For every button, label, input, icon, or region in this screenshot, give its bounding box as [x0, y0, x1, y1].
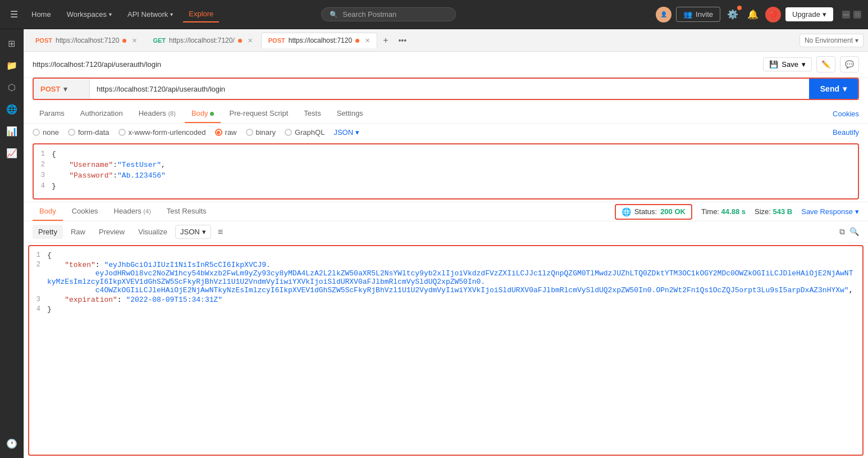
tab-0-method: POST — [35, 37, 52, 44]
sidebar-home-icon[interactable]: ⊞ — [3, 34, 20, 53]
nav-api-network[interactable]: API Network ▾ — [122, 7, 179, 22]
user-avatar[interactable]: 🔴 — [765, 7, 781, 22]
format-actions: ⧉ 🔍 — [839, 227, 859, 237]
status-box: 🌐 Status: 200 OK — [615, 204, 692, 220]
code-line-3: 3 "Password":"Ab.123456" — [34, 170, 858, 181]
main-layout: ⊞ 📁 ⬡ 🌐 📊 📈 🕐 POST https://localhost:712… — [0, 29, 868, 458]
body-type-none[interactable]: none — [33, 128, 59, 137]
tab-2-dot — [355, 39, 359, 43]
edit-button[interactable]: ✏️ — [816, 56, 835, 72]
req-tab-tests[interactable]: Tests — [297, 105, 327, 123]
tab-2-method: POST — [268, 37, 285, 44]
status-value: 200 OK — [660, 207, 686, 216]
resp-tab-body[interactable]: Body — [33, 202, 63, 221]
send-button[interactable]: Send ▾ — [809, 79, 858, 99]
cookies-link[interactable]: Cookies — [833, 110, 859, 118]
fmt-tab-preview[interactable]: Preview — [93, 225, 130, 239]
nav-workspaces[interactable]: Workspaces ▾ — [61, 7, 117, 22]
menu-icon[interactable]: ☰ — [7, 6, 21, 23]
method-selector[interactable]: POST ▾ — [34, 79, 90, 99]
method-chevron-icon: ▾ — [63, 85, 67, 93]
tab-1-url: https://localhost:7120/ — [169, 37, 235, 44]
invite-icon: 👥 — [683, 10, 692, 19]
tab-2-close[interactable]: ✕ — [365, 37, 370, 44]
size-info: Size: 543 B — [755, 207, 792, 216]
sidebar-api-icon[interactable]: ⬡ — [3, 78, 20, 97]
json-format-selector[interactable]: JSON ▾ — [334, 128, 359, 137]
response-body: 1 { 2 "token": "eyJhbGciOiJIUzI1NiIsInR5… — [28, 245, 864, 456]
workspaces-chevron-icon: ▾ — [109, 11, 112, 17]
window-controls: — □ — [842, 11, 861, 19]
settings-icon[interactable]: ⚙️ — [725, 7, 741, 22]
req-tab-headers[interactable]: Headers (8) — [132, 105, 182, 123]
nav-right: 👤 👥 Invite ⚙️ 🔔 🔴 Upgrade ▾ — □ — [656, 7, 861, 22]
tab-2[interactable]: POST https://localhost:7120 ✕ — [261, 33, 377, 48]
body-type-graphql[interactable]: GraphQL — [285, 128, 325, 137]
sidebar-monitor-icon[interactable]: 📈 — [2, 143, 22, 163]
request-body-editor[interactable]: 1 { 2 "Username":"TestUser", 3 "Password… — [33, 143, 859, 199]
invite-button[interactable]: 👥 Invite — [676, 7, 720, 22]
bell-icon[interactable]: 🔔 — [745, 7, 761, 22]
add-tab-button[interactable]: + — [378, 33, 392, 48]
tab-1-method: GET — [153, 37, 166, 44]
radio-none — [33, 129, 40, 136]
code-line-4: 4 } — [34, 181, 858, 192]
minimize-button[interactable]: — — [842, 11, 850, 19]
time-info: Time: 44.88 s — [701, 207, 746, 216]
sidebar-mock-icon[interactable]: 📊 — [2, 121, 22, 141]
response-format-selector[interactable]: JSON ▾ — [175, 225, 211, 239]
resp-line-2: 2 "token": "eyJhbGciOiJIUzI1NiIsInR5cCI6… — [29, 260, 862, 295]
beautify-button[interactable]: Beautify — [833, 128, 859, 137]
copy-response-button[interactable]: ⧉ — [839, 227, 845, 237]
format-chevron-icon: ▾ — [202, 228, 206, 236]
body-type-binary[interactable]: binary — [246, 128, 276, 137]
env-chevron-icon: ▾ — [855, 37, 858, 44]
search-bar[interactable]: 🔍 Search Postman — [321, 7, 456, 21]
json-chevron-icon: ▾ — [355, 128, 359, 137]
req-tab-prerequest[interactable]: Pre-request Script — [223, 105, 295, 123]
resp-tab-cookies[interactable]: Cookies — [65, 202, 105, 221]
tabs-bar: POST https://localhost:7120 ✕ GET https:… — [24, 29, 868, 52]
resp-tab-test-results[interactable]: Test Results — [160, 202, 213, 221]
radio-raw — [215, 129, 222, 136]
resp-tab-headers[interactable]: Headers (4) — [107, 202, 158, 221]
tab-1[interactable]: GET https://localhost:7120/ ✕ — [145, 33, 259, 48]
filter-icon[interactable]: ≡ — [218, 227, 223, 237]
req-tab-settings[interactable]: Settings — [330, 105, 370, 123]
comment-button[interactable]: 💬 — [840, 56, 859, 72]
request-bar: POST ▾ Send ▾ — [33, 78, 859, 100]
save-chevron-icon: ▾ — [802, 60, 806, 69]
sidebar-environments-icon[interactable]: 🌐 — [2, 99, 22, 119]
code-line-1: 1 { — [34, 149, 858, 160]
req-tab-authorization[interactable]: Authorization — [74, 105, 130, 123]
save-response-button[interactable]: Save Response ▾ — [801, 207, 859, 216]
environment-selector[interactable]: No Environment ▾ — [800, 34, 864, 47]
more-tabs-button[interactable]: ••• — [394, 34, 411, 47]
tab-0[interactable]: POST https://localhost:7120 ✕ — [28, 33, 144, 48]
tab-1-close[interactable]: ✕ — [248, 37, 253, 44]
sidebar-history-icon[interactable]: 🕐 — [2, 434, 22, 454]
settings-badge — [737, 6, 742, 10]
search-response-button[interactable]: 🔍 — [849, 227, 859, 237]
save-label: Save — [782, 60, 798, 69]
nav-explore[interactable]: Explore — [183, 6, 219, 22]
nav-home[interactable]: Home — [26, 7, 57, 22]
radio-binary — [246, 129, 253, 136]
body-type-urlencoded[interactable]: x-www-form-urlencoded — [118, 128, 206, 137]
send-chevron-icon: ▾ — [843, 84, 847, 93]
sidebar-collections-icon[interactable]: 📁 — [2, 56, 22, 75]
maximize-button[interactable]: □ — [853, 11, 861, 19]
url-input[interactable] — [90, 79, 809, 99]
body-type-raw[interactable]: raw — [215, 128, 237, 137]
upgrade-button[interactable]: Upgrade ▾ — [785, 7, 833, 21]
tab-0-close[interactable]: ✕ — [132, 37, 137, 44]
response-format-bar: Pretty Raw Preview Visualize JSON ▾ ≡ ⧉ … — [24, 221, 868, 243]
fmt-tab-pretty[interactable]: Pretty — [33, 225, 63, 239]
req-tab-body[interactable]: Body — [185, 105, 221, 123]
req-tab-params[interactable]: Params — [33, 105, 71, 123]
fmt-tab-raw[interactable]: Raw — [65, 225, 91, 239]
save-button[interactable]: 💾 Save ▾ — [763, 57, 812, 71]
body-type-form-data[interactable]: form-data — [68, 128, 109, 137]
method-label: POST — [40, 85, 60, 93]
fmt-tab-visualize[interactable]: Visualize — [133, 225, 173, 239]
